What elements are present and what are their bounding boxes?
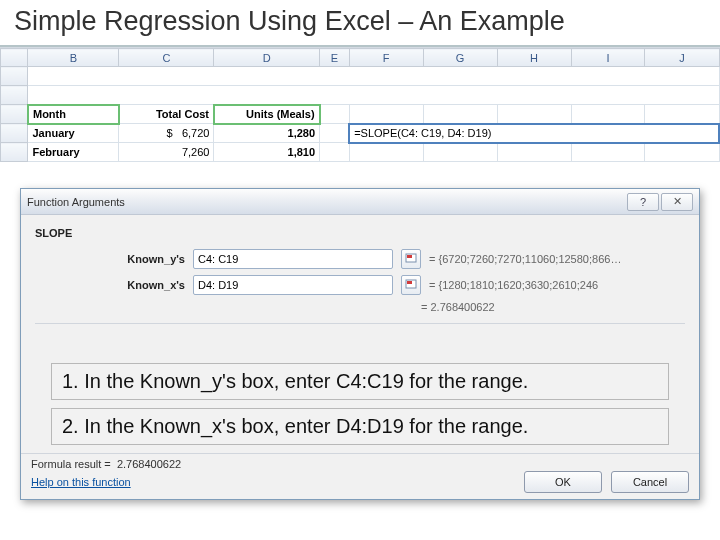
row-head[interactable] — [1, 67, 28, 86]
arg-label-known-y: Known_y's — [35, 253, 185, 265]
col-header-B[interactable]: B — [28, 49, 119, 67]
ok-button[interactable]: OK — [524, 471, 602, 493]
dialog-titlebar[interactable]: Function Arguments ? ✕ — [21, 189, 699, 215]
formula-result: Formula result = 2.768400622 — [31, 458, 689, 470]
arg-label-known-x: Known_x's — [35, 279, 185, 291]
cell-cost-feb[interactable]: 7,260 — [119, 143, 214, 162]
col-header-G[interactable]: G — [423, 49, 497, 67]
svg-rect-1 — [407, 255, 412, 258]
header-units[interactable]: Units (Meals) — [214, 105, 320, 124]
data-row: January $ 6,720 1,280 =SLOPE(C4: C19, D4… — [1, 124, 720, 143]
row-head[interactable] — [1, 105, 28, 124]
instruction-overlay: 1. In the Known_y's box, enter C4:C19 fo… — [51, 363, 669, 445]
instruction-step-2: 2. In the Known_x's box, enter D4:D19 fo… — [51, 408, 669, 445]
arg-row-known-x: Known_x's = {1280;1810;1620;3630;2610;24… — [35, 275, 685, 295]
header-row: Month Total Cost Units (Meals) — [1, 105, 720, 124]
spreadsheet: B C D E F G H I J Month Total Cost Units… — [0, 47, 720, 162]
cell-cost-jan[interactable]: $ 6,720 — [119, 124, 214, 143]
cell-units-jan[interactable]: 1,280 — [214, 124, 320, 143]
help-button[interactable]: ? — [627, 193, 659, 211]
known-y-input[interactable] — [193, 249, 393, 269]
col-header-I[interactable]: I — [571, 49, 645, 67]
function-result-line: = 2.768400622 — [421, 301, 685, 313]
cell-month-jan[interactable]: January — [28, 124, 119, 143]
col-header-C[interactable]: C — [119, 49, 214, 67]
select-all-corner[interactable] — [1, 49, 28, 67]
cancel-button[interactable]: Cancel — [611, 471, 689, 493]
col-header-H[interactable]: H — [497, 49, 571, 67]
range-select-icon — [405, 253, 417, 265]
dialog-footer: Formula result = 2.768400622 Help on thi… — [21, 453, 699, 499]
dialog-title-text: Function Arguments — [27, 196, 125, 208]
range-select-button-x[interactable] — [401, 275, 421, 295]
slide-title: Simple Regression Using Excel – An Examp… — [0, 0, 720, 47]
range-select-button-y[interactable] — [401, 249, 421, 269]
row-head[interactable] — [1, 86, 28, 105]
header-total-cost[interactable]: Total Cost — [119, 105, 214, 124]
data-row: February 7,260 1,810 — [1, 143, 720, 162]
cell-month-feb[interactable]: February — [28, 143, 119, 162]
help-on-function-link[interactable]: Help on this function — [31, 476, 131, 488]
function-name-label: SLOPE — [35, 227, 685, 239]
known-x-input[interactable] — [193, 275, 393, 295]
arg-eval-y: = {6720;7260;7270;11060;12580;866… — [429, 253, 685, 265]
arg-eval-x: = {1280;1810;1620;3630;2610;246 — [429, 279, 685, 291]
header-month[interactable]: Month — [28, 105, 119, 124]
function-arguments-dialog: Function Arguments ? ✕ SLOPE Known_y's =… — [20, 188, 700, 500]
column-header-row: B C D E F G H I J — [1, 49, 720, 67]
col-header-E[interactable]: E — [320, 49, 350, 67]
col-header-F[interactable]: F — [349, 49, 423, 67]
range-select-icon — [405, 279, 417, 291]
formula-cell[interactable]: =SLOPE(C4: C19, D4: D19) — [349, 124, 719, 143]
cell-units-feb[interactable]: 1,810 — [214, 143, 320, 162]
close-icon: ✕ — [673, 195, 682, 208]
help-icon: ? — [640, 196, 646, 208]
row-head[interactable] — [1, 124, 28, 143]
svg-rect-3 — [407, 281, 412, 284]
col-header-J[interactable]: J — [645, 49, 719, 67]
close-button[interactable]: ✕ — [661, 193, 693, 211]
row-head[interactable] — [1, 143, 28, 162]
instruction-step-1: 1. In the Known_y's box, enter C4:C19 fo… — [51, 363, 669, 400]
col-header-D[interactable]: D — [214, 49, 320, 67]
arg-row-known-y: Known_y's = {6720;7260;7270;11060;12580;… — [35, 249, 685, 269]
